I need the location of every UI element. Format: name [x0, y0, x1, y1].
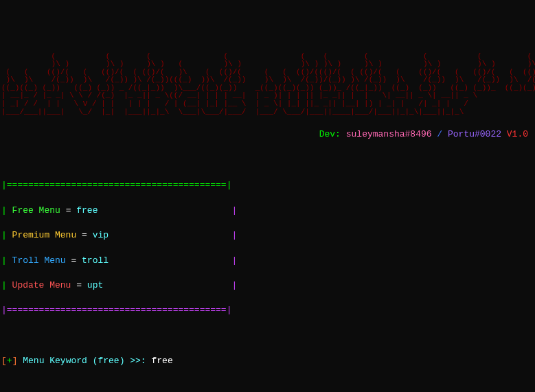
update-menu-label: Update Menu: [12, 280, 71, 290]
version-label: V1.0: [501, 129, 528, 139]
dev1-tag: suleymansha#8496: [346, 129, 432, 139]
troll-menu-label: Troll Menu: [12, 255, 66, 266]
menu-separator-top: |=======================================…: [1, 179, 534, 192]
prompt1-text: Menu Keyword (free) >>:: [17, 356, 151, 366]
premium-menu-keyword: vip: [93, 230, 109, 240]
menu-separator-bottom: |=======================================…: [1, 304, 534, 316]
free-menu-keyword: free: [76, 205, 98, 216]
premium-menu-label: Premium Menu: [12, 230, 77, 240]
prompt1-input[interactable]: free: [151, 356, 172, 366]
dev-label: Dev:: [319, 129, 346, 139]
troll-menu-keyword: troll: [82, 255, 109, 266]
dev2-tag: Portu#0022: [448, 129, 501, 139]
menu-item-update: | Update Menu = upt |: [1, 279, 534, 292]
menu-item-premium: | Premium Menu = vip |: [1, 229, 534, 242]
free-menu-label: Free Menu: [12, 205, 60, 216]
credits-line: Dev: suleymansha#8496 / Portu#0022 V1.0: [1, 128, 534, 141]
update-menu-keyword: upt: [87, 280, 103, 290]
menu-item-troll: | Troll Menu = troll |: [1, 255, 534, 267]
dev-separator: /: [432, 129, 448, 139]
ascii-banner: ( ( ( ( ( ( ( ( ( ( ( )\ ) )\ ) )\ ) ( )…: [1, 53, 534, 116]
prompt-menu-keyword[interactable]: [+] Menu Keyword (free) >>: free: [1, 355, 534, 367]
menu-item-free: | Free Menu = free |: [1, 205, 534, 217]
